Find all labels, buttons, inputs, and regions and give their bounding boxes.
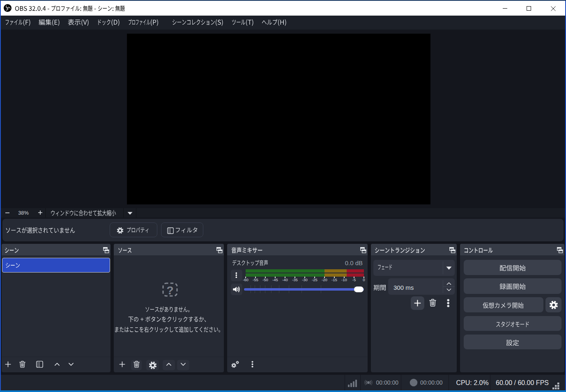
svg-text:?: ? [166,284,173,297]
